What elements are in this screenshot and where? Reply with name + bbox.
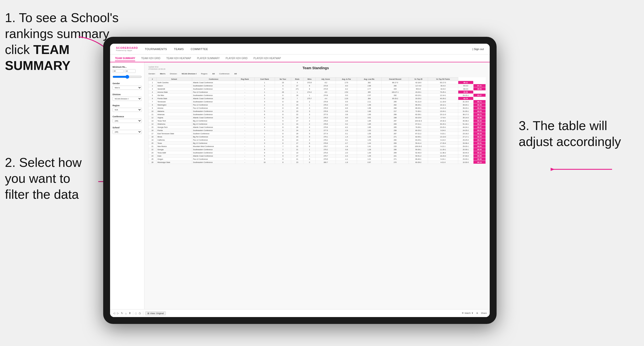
sidebar-conference: Conference (All) [112,115,142,123]
view-original-btn[interactable]: ⊞ View: Original [145,311,166,315]
col-avg-par: Avg. to Par [336,78,357,81]
table-row: 11ArkansasSoutheastern Conference-682232… [149,113,486,116]
nav-teams[interactable]: TEAMS [174,47,184,51]
table-row: 14OklahomaBig 12 Conference-28242278.9-5… [149,123,486,126]
toolbar-back[interactable]: ◁ [113,312,115,315]
nav-items: TOURNAMENTS TEAMS COMMITTEE [145,47,472,51]
min-rounds-min-input[interactable] [112,69,124,73]
table-row: 24DukeAtlantic Coast Conference-59271279… [149,154,486,158]
sidebar-region: Region N/A [112,104,142,112]
toolbar-clock[interactable]: ◷ [138,312,141,315]
conference-select[interactable]: (All) [112,119,142,123]
table-row: 2AuburnSoutheastern Conference-19276273.… [149,84,486,87]
col-overall: Overall Record [382,78,409,81]
nav-tournaments[interactable]: TOURNAMENTS [145,47,167,51]
col-adj-score: Adj. Score [316,78,336,81]
nav-logo: SCOREBOARD Powered by clippd [116,46,138,51]
col-no-tour: No Tour [275,78,291,81]
region-select[interactable]: N/A [112,108,142,112]
table-row: 23Texas A&MSoutheastern Conference-98107… [149,151,486,154]
table-row: 6Florida StateAtlantic Coast Conference-… [149,97,486,100]
table-row: 17East Tennessee StateSouthern Conferenc… [149,132,486,135]
col-rank: # [149,78,156,81]
table-row: 21New MexicoMountain West Conference-172… [149,145,486,148]
col-conference: Conference [192,78,235,81]
share-btn[interactable]: Share [481,312,487,315]
sub-nav-team-h2h-heatmap[interactable]: TEAM H2H HEATMAP [166,56,191,61]
sidebar: Minimum Ro... Gender Men's Division [110,62,144,309]
table-row: 19CaliforniaPac-12 Conference-48242278.2… [149,138,486,142]
annotation-step3: 3. The table will adjust accordingly [519,118,637,150]
table-row: 8WashingtonPac-12 Conference-28231276.3-… [149,103,486,107]
table-row: 15Georgia TechAtlantic Coast Conference-… [149,126,486,129]
sub-nav-player-h2h-grid[interactable]: PLAYER H2H GRID [226,56,248,61]
toolbar-icon-copy[interactable]: ⧉ [476,312,478,315]
arrow-3 [551,160,614,179]
table-row: 22GeorgiaSoutheastern Conference-8721127… [149,148,486,151]
min-rounds-max-input[interactable] [124,69,136,73]
col-vs-top25: Vs Top 25 [409,78,428,81]
col-reg-rank: Reg Rank [236,78,254,81]
sidebar-min-rounds-range [112,69,142,73]
sidebar-min-rounds: Minimum Ro... [112,66,142,79]
sub-nav-player-summary[interactable]: PLAYER SUMMARY [197,56,220,61]
gender-select[interactable]: Men's [112,86,142,90]
table-row: 5Ole MissSoutheastern Conference-3618127… [149,94,486,97]
toolbar-right: 👁 Watch ▼ ⧉ Share [462,312,487,315]
table-row: 18IllinoisBig Ten Conference-18239279.1-… [149,135,486,138]
col-avg-low: Avg. Low Rd. [357,78,382,81]
watch-btn[interactable]: 👁 Watch ▼ [462,312,474,315]
sub-nav-team-h2h-grid[interactable]: TEAM H2H GRID [141,56,160,61]
toolbar-reload[interactable]: ↻ [121,312,123,315]
table-area: Update time: 27/03/2024 16:56:26 Team St… [144,62,490,309]
filter-row: Gender: Men's Division: NCAA Division I … [148,73,486,75]
table-row: 25OregonPac-12 Conference-58210279.5-1.1… [149,158,486,161]
toolbar-sep [133,311,133,315]
toolbar-forward[interactable]: ▷ [117,312,119,315]
table-row: 10AlabamaSoutheastern Conference-5823327… [149,110,486,113]
school-select[interactable]: (All) [112,130,142,134]
tablet-screen: SCOREBOARD Powered by clippd TOURNAMENTS… [110,44,490,317]
table-row: 13Texas TechBig 12 Conference-19272276.0… [149,119,486,123]
col-school: School [156,78,192,81]
table-row: 16FloridaSoutheastern Conference-7924427… [149,129,486,132]
division-select[interactable]: NCAA Division I [112,97,142,101]
update-time: Update time: 27/03/2024 16:56:26 [148,66,165,70]
sub-nav: TEAM SUMMARY TEAM H2H GRID TEAM H2H HEAT… [110,54,490,62]
table-row: 3VanderbiltSoutheastern Conference-25271… [149,87,486,91]
nav-sign-out[interactable]: | Sign out [472,48,484,50]
toolbar-bookmark[interactable]: □ [135,312,137,315]
nav-bar: SCOREBOARD Powered by clippd TOURNAMENTS… [110,44,490,54]
table-header: Update time: 27/03/2024 16:56:26 Team St… [148,66,486,70]
nav-committee[interactable]: COMMITTEE [191,47,208,51]
table-row: 20TexasBig 12 Conference-38278278.6-0.71… [149,142,486,145]
bottom-toolbar: ◁ ▷ ↻ ⌂ ⬆ □ ◷ ⊞ View: Original 👁 Watch ▼… [110,309,490,317]
sub-nav-team-summary[interactable]: TEAM SUMMARY [115,56,135,61]
table-title: Team Standings [302,66,329,70]
sidebar-gender: Gender Men's [112,82,142,90]
table-row: 26Mississippi StateSoutheastern Conferen… [149,161,486,164]
table-row: 7TennesseeSoutheastern Conference-481822… [149,100,486,103]
sidebar-school: School (All) [112,126,142,135]
col-conf-rank: Conf Rank [254,78,275,81]
toolbar-home[interactable]: ⌂ [125,312,127,315]
tablet-device: SCOREBOARD Powered by clippd TOURNAMENTS… [103,37,496,324]
table-row: 1North CarolinaAtlantic Coast Conference… [149,81,486,84]
table-row: 9ArizonaPac-12 Conference-28234276.3-6.6… [149,107,486,110]
table-row: 4Arizona StatePac-12 Conference-1261274.… [149,91,486,94]
data-table: # School Conference Reg Rank Conf Rank N… [148,77,486,164]
toolbar-share2[interactable]: ⬆ [129,312,131,315]
toolbar-sep2 [143,311,143,315]
sub-nav-player-h2h-heatmap[interactable]: PLAYER H2H HEATMAP [253,56,281,61]
col-vs-top50: Vs Top 50 Points [428,78,458,81]
table-row: 12VirginiaAtlantic Coast Conference-3824… [149,116,486,119]
col-wins: Wins [304,78,316,81]
min-rounds-slider[interactable] [112,75,142,79]
col-rnds: Rnds [291,78,304,81]
main-content: Minimum Ro... Gender Men's Division [110,62,490,309]
sidebar-division: Division NCAA Division I [112,93,142,101]
